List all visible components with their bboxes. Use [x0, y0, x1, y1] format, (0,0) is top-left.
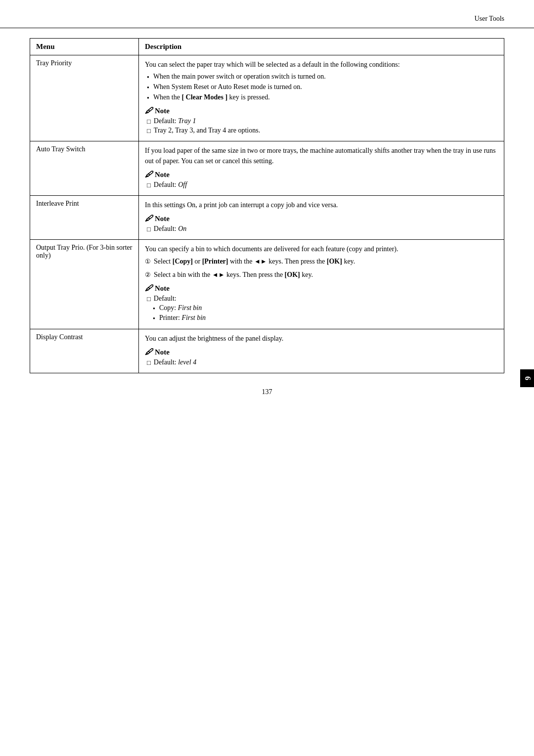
side-tab: 6 — [520, 369, 534, 387]
menu-label-display-contrast: Display Contrast — [36, 333, 83, 341]
header-title: User Tools — [474, 15, 504, 23]
note-item: □ Default: On — [147, 225, 498, 233]
page-header: User Tools — [0, 0, 534, 28]
list-item: • Copy: First bin — [153, 304, 498, 313]
note-item: □ Default: — [147, 295, 498, 303]
menu-label-auto-tray-switch: Auto Tray Switch — [36, 145, 86, 153]
list-item: • When the main power switch or operatio… — [145, 73, 498, 82]
checkbox-icon: □ — [147, 181, 151, 189]
list-item: ② Select a bin with the ◄► keys. Then pr… — [145, 269, 498, 280]
num-circle: ② — [145, 270, 151, 280]
desc-cell-output-tray-prio: You can specify a bin to which documents… — [139, 240, 504, 329]
note-item: □ Tray 2, Tray 3, and Tray 4 are options… — [147, 127, 498, 135]
table-row: Display Contrast You can adjust the brig… — [30, 329, 504, 373]
page-number: 137 — [30, 388, 504, 396]
bullet-icon: • — [153, 305, 155, 313]
note-icon: 🖊 — [145, 348, 153, 356]
note-icon: 🖊 — [145, 170, 153, 179]
table-row: Interleave Print In this settings On, a … — [30, 196, 504, 240]
checkbox-icon: □ — [147, 118, 151, 126]
desc-cell-display-contrast: You can adjust the brightness of the pan… — [139, 329, 504, 373]
numbered-list-output-tray-prio: ① Select [Copy] or [Printer] with the ◄►… — [145, 256, 498, 280]
note-heading: 🖊 Note — [145, 284, 498, 293]
checkbox-icon: □ — [147, 359, 151, 367]
note-item: □ Default: level 4 — [147, 358, 498, 367]
desc-para-output-tray-prio: You can specify a bin to which documents… — [145, 244, 498, 254]
note-icon: 🖊 — [145, 214, 153, 223]
checkbox-icon: □ — [147, 127, 151, 135]
list-item: • Printer: First bin — [153, 314, 498, 323]
note-section-tray-priority: 🖊 Note □ Default: Tray 1 □ Tray 2, Tray … — [145, 106, 498, 135]
menu-cell-display-contrast: Display Contrast — [30, 329, 139, 373]
list-item: • When the [ Clear Modes ] key is presse… — [145, 93, 498, 102]
page-content: Menu Description Tray Priority You can s… — [0, 28, 534, 416]
list-item: • When System Reset or Auto Reset mode i… — [145, 83, 498, 92]
note-icon: 🖊 — [145, 106, 153, 115]
table-row: Tray Priority You can select the paper t… — [30, 55, 504, 141]
bullet-icon: • — [147, 74, 149, 82]
note-label: Note — [155, 171, 170, 179]
note-label: Note — [155, 107, 170, 115]
menu-cell-interleave-print: Interleave Print — [30, 196, 139, 240]
note-item: □ Default: Tray 1 — [147, 117, 498, 126]
desc-para-display-contrast: You can adjust the brightness of the pan… — [145, 333, 498, 344]
menu-cell-output-tray-prio: Output Tray Prio. (For 3-bin sorter only… — [30, 240, 139, 329]
note-heading: 🖊 Note — [145, 170, 498, 179]
note-icon: 🖊 — [145, 284, 153, 293]
menu-label-tray-priority: Tray Priority — [36, 59, 72, 67]
note-section-interleave-print: 🖊 Note □ Default: On — [145, 214, 498, 233]
bullet-icon: • — [147, 94, 149, 102]
sub-bullet-list-output-tray-prio: • Copy: First bin • Printer: First bin — [153, 304, 498, 323]
desc-para-interleave-print: In this settings On, a print job can int… — [145, 200, 498, 210]
note-heading: 🖊 Note — [145, 106, 498, 115]
list-item: ① Select [Copy] or [Printer] with the ◄►… — [145, 256, 498, 267]
note-section-display-contrast: 🖊 Note □ Default: level 4 — [145, 348, 498, 367]
num-circle: ① — [145, 257, 151, 267]
checkbox-icon: □ — [147, 225, 151, 233]
desc-cell-tray-priority: You can select the paper tray which will… — [139, 55, 504, 141]
desc-cell-interleave-print: In this settings On, a print job can int… — [139, 196, 504, 240]
note-label: Note — [155, 215, 170, 223]
note-heading: 🖊 Note — [145, 214, 498, 223]
menu-cell-tray-priority: Tray Priority — [30, 55, 139, 141]
menu-label-interleave-print: Interleave Print — [36, 200, 79, 207]
table-row: Auto Tray Switch If you load paper of th… — [30, 141, 504, 196]
col-header-description: Description — [139, 39, 504, 55]
content-table: Menu Description Tray Priority You can s… — [30, 38, 504, 373]
desc-cell-auto-tray-switch: If you load paper of the same size in tw… — [139, 141, 504, 196]
checkbox-icon: □ — [147, 295, 151, 303]
note-item: □ Default: Off — [147, 181, 498, 189]
note-section-output-tray-prio: 🖊 Note □ Default: • Copy: First bin — [145, 284, 498, 323]
menu-label-output-tray-prio: Output Tray Prio. (For 3-bin sorter only… — [36, 244, 132, 259]
note-label: Note — [155, 348, 170, 356]
desc-para-tray-priority: You can select the paper tray which will… — [145, 59, 498, 70]
bullet-icon: • — [147, 84, 149, 92]
note-section-auto-tray-switch: 🖊 Note □ Default: Off — [145, 170, 498, 189]
bullet-icon: • — [153, 315, 155, 323]
menu-cell-auto-tray-switch: Auto Tray Switch — [30, 141, 139, 196]
note-heading: 🖊 Note — [145, 348, 498, 356]
desc-para-auto-tray-switch: If you load paper of the same size in tw… — [145, 145, 498, 166]
bullet-list-tray-priority: • When the main power switch or operatio… — [145, 73, 498, 102]
note-label: Note — [155, 284, 170, 293]
table-row: Output Tray Prio. (For 3-bin sorter only… — [30, 240, 504, 329]
col-header-menu: Menu — [30, 39, 139, 55]
